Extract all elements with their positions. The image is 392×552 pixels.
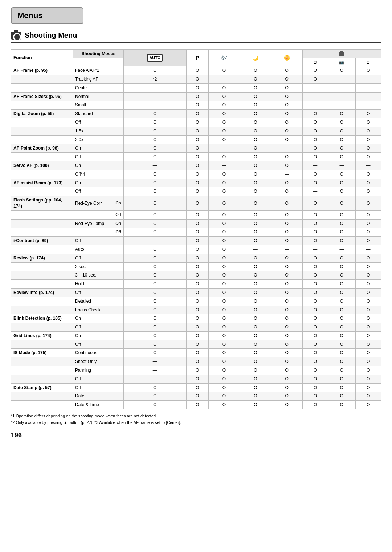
value-cell-q: O — [271, 75, 302, 83]
table-row: 1.5xOOOOOOOO — [11, 127, 381, 135]
table-row: AF Frame (p. 95)Face AiAF*1OOOOOOOO — [11, 66, 381, 75]
header-row-1: Function Shooting Modes AUTO P 🎶 🌙 🌼 — [11, 50, 381, 58]
value-cell-auto: O — [124, 271, 187, 280]
setting-cell: Auto — [73, 245, 113, 254]
value-cell-p2: — — [328, 92, 355, 101]
shooting-menu-title: Shooting Menu — [11, 31, 381, 43]
setting-cell: Shoot Only — [73, 357, 113, 366]
value-cell-p3: O — [356, 366, 381, 375]
value-cell-p2: O — [328, 340, 355, 349]
value-cell-p: O — [186, 92, 208, 101]
value-cell-c: O — [302, 340, 328, 349]
value-cell-q: — — [271, 144, 302, 153]
value-cell-p: O — [186, 75, 208, 83]
table-row: Flash Settings (pp. 104, 174)Red-Eye Cor… — [11, 196, 381, 211]
setting-cell: Continuous — [73, 349, 113, 357]
value-cell-p: O — [186, 383, 208, 392]
table-row: Review Info (p. 174)OffOOOOOOOO — [11, 288, 381, 297]
table-row: OffOOOOOOOO — [11, 118, 381, 127]
value-cell-q: O — [271, 271, 302, 280]
setting-cell: On — [73, 331, 113, 340]
value-cell-p: O — [186, 297, 208, 306]
setting-cell — [73, 210, 113, 219]
value-cell-q: O — [271, 110, 302, 118]
table-row: Off—OOOOOOO — [11, 375, 381, 383]
value-cell-p: O — [186, 288, 208, 297]
value-cell-p3: O — [356, 392, 381, 401]
value-cell-p3: — — [356, 83, 381, 92]
value-cell-auto: O — [124, 349, 187, 357]
value-cell-c: O — [302, 375, 328, 383]
sub-cell — [113, 306, 124, 314]
value-cell-p3: O — [356, 118, 381, 127]
table-row: i-Contrast (p. 89)Off—OOOOOOO — [11, 237, 381, 245]
setting-cell: On — [73, 179, 113, 187]
value-cell-m: O — [208, 288, 240, 297]
value-cell-m: O — [208, 210, 240, 219]
function-cell — [11, 219, 73, 228]
value-cell-auto: O — [124, 66, 187, 75]
value-cell-p: O — [186, 210, 208, 219]
value-cell-auto: O — [124, 135, 187, 144]
table-row: Focus CheckOOOOOOOO — [11, 306, 381, 314]
value-cell-q: O — [271, 323, 302, 332]
value-cell-m: O — [208, 271, 240, 280]
flower-header: 🌼 — [271, 50, 302, 66]
table-row: OffOOOOOOOO — [11, 340, 381, 349]
value-cell-auto: O — [124, 280, 187, 289]
value-cell-auto: O — [124, 314, 187, 323]
value-cell-q: O — [271, 297, 302, 306]
value-cell-m: O — [208, 357, 240, 366]
value-cell-p: O — [186, 237, 208, 245]
function-cell: Flash Settings (pp. 104, 174) — [11, 196, 73, 211]
value-cell-p2: O — [328, 280, 355, 289]
value-cell-c: O — [302, 75, 328, 83]
value-cell-p3: O — [356, 254, 381, 262]
function-cell: Servo AF (p. 100) — [11, 161, 73, 170]
value-cell-p3: O — [356, 401, 381, 409]
value-cell-c: O — [302, 349, 328, 357]
setting-cell: On — [73, 144, 113, 153]
value-cell-n: O — [240, 340, 271, 349]
value-cell-n: O — [240, 357, 271, 366]
value-cell-p2: O — [328, 306, 355, 314]
value-cell-c: O — [302, 170, 328, 179]
portrait2-header: 📷 — [328, 58, 355, 66]
value-cell-n: O — [240, 161, 271, 170]
function-cell — [11, 297, 73, 306]
value-cell-n: O — [240, 401, 271, 409]
value-cell-auto: O — [124, 245, 187, 254]
sub-cell: On — [113, 219, 124, 228]
value-cell-c: O — [302, 144, 328, 153]
value-cell-p2: O — [328, 314, 355, 323]
value-cell-q: O — [271, 288, 302, 297]
table-row: 2 sec.OOOOOOOO — [11, 262, 381, 271]
value-cell-c: O — [302, 323, 328, 332]
value-cell-n: O — [240, 210, 271, 219]
table-row: AF-Point Zoom (p. 98)OnOO—O—OOO — [11, 144, 381, 153]
sub-cell — [113, 288, 124, 297]
value-cell-auto: — — [124, 357, 187, 366]
value-cell-n: O — [240, 187, 271, 196]
value-cell-p3: O — [356, 210, 381, 219]
value-cell-m: O — [208, 118, 240, 127]
table-row: Red-Eye LampOnOOOOOOOO — [11, 219, 381, 228]
value-cell-auto: O — [124, 297, 187, 306]
value-cell-n: O — [240, 366, 271, 375]
value-cell-p: O — [186, 340, 208, 349]
value-cell-n: O — [240, 127, 271, 135]
table-row: AutoOOO————— — [11, 245, 381, 254]
table-row: Review (p. 174)OffOOOOOOOO — [11, 254, 381, 262]
value-cell-m: O — [208, 219, 240, 228]
value-cell-n: O — [240, 101, 271, 110]
value-cell-p: O — [186, 187, 208, 196]
value-cell-q: O — [271, 83, 302, 92]
value-cell-m: O — [208, 306, 240, 314]
value-cell-c: O — [302, 127, 328, 135]
value-cell-auto: *2 — [124, 75, 187, 83]
value-cell-p: O — [186, 66, 208, 75]
table-row: OffOOOOOOOO — [11, 210, 381, 219]
value-cell-p2: O — [328, 135, 355, 144]
sub-cell — [113, 237, 124, 245]
value-cell-p2: O — [328, 366, 355, 375]
